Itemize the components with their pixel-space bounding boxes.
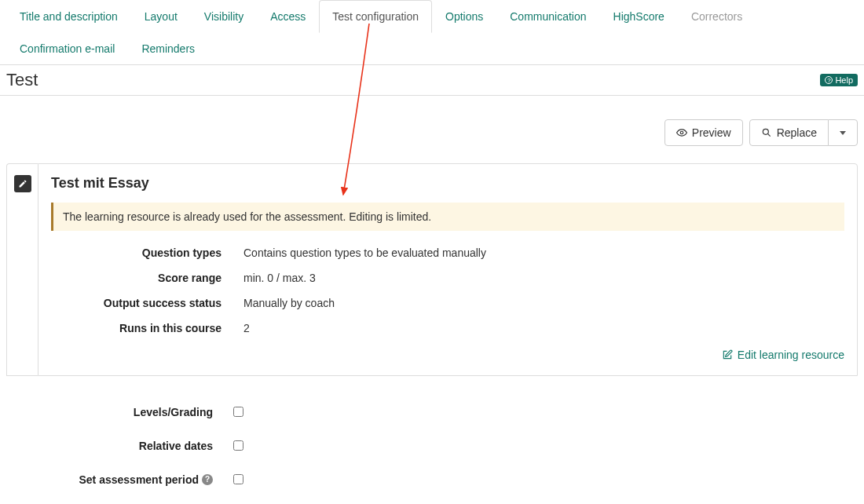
tab-bar: Title and description Layout Visibility …: [0, 0, 864, 65]
tab-access[interactable]: Access: [257, 0, 319, 33]
row-assessment-period: Set assessment period ?: [6, 462, 858, 496]
page-header: Test ? Help: [0, 65, 864, 96]
warning-alert: The learning resource is already used fo…: [51, 203, 844, 231]
tab-visibility[interactable]: Visibility: [191, 0, 257, 33]
label-score-range: Score range: [51, 272, 243, 284]
page-title: Test: [6, 70, 38, 90]
value-runs: 2: [243, 322, 250, 334]
row-question-types: Question types Contains question types t…: [51, 240, 844, 265]
tab-confirmation-email[interactable]: Confirmation e-mail: [6, 32, 128, 65]
replace-dropdown-toggle[interactable]: [828, 119, 858, 146]
help-icon: ?: [825, 76, 833, 84]
checkbox-assessment-period[interactable]: [233, 474, 243, 484]
label-assessment-period: Set assessment period ?: [6, 473, 230, 486]
tab-layout[interactable]: Layout: [131, 0, 191, 33]
svg-line-2: [767, 133, 770, 136]
value-question-types: Contains question types to be evaluated …: [243, 247, 486, 259]
row-runs: Runs in this course 2: [51, 316, 844, 341]
tab-test-configuration[interactable]: Test configuration: [319, 0, 432, 33]
checkbox-relative-dates[interactable]: [233, 440, 243, 451]
replace-label: Replace: [777, 126, 817, 139]
tab-correctors: Correctors: [678, 0, 756, 33]
help-label: Help: [835, 75, 853, 85]
value-score-range: min. 0 / max. 3: [243, 272, 316, 284]
chevron-down-icon: [840, 131, 846, 135]
label-relative-dates: Relative dates: [6, 440, 230, 452]
panel-edit-handle[interactable]: [6, 163, 38, 376]
toolbar: Preview Replace: [0, 96, 864, 163]
label-output-status: Output success status: [51, 297, 243, 309]
help-button[interactable]: ? Help: [820, 74, 858, 86]
tab-highscore[interactable]: HighScore: [600, 0, 678, 33]
panel-footer: Edit learning resource: [51, 349, 844, 363]
svg-point-1: [763, 129, 768, 134]
search-icon: [761, 127, 772, 138]
preview-button[interactable]: Preview: [664, 119, 743, 146]
replace-button-group: Replace: [749, 119, 858, 146]
preview-label: Preview: [692, 126, 731, 139]
resource-panel: Test mit Essay The learning resource is …: [38, 163, 858, 376]
edit-icon: [722, 349, 733, 360]
tab-title-description[interactable]: Title and description: [6, 0, 131, 33]
replace-button[interactable]: Replace: [749, 119, 829, 146]
row-score-range: Score range min. 0 / max. 3: [51, 265, 844, 290]
row-relative-dates: Relative dates: [6, 429, 858, 462]
resource-title: Test mit Essay: [51, 175, 844, 192]
checkbox-levels-grading[interactable]: [233, 407, 243, 417]
help-icon[interactable]: ?: [202, 474, 213, 485]
pencil-icon: [14, 175, 31, 192]
svg-point-0: [680, 131, 683, 134]
row-output-status: Output success status Manually by coach: [51, 290, 844, 316]
label-question-types: Question types: [51, 247, 243, 259]
eye-icon: [676, 127, 687, 138]
tab-reminders[interactable]: Reminders: [128, 32, 208, 65]
value-output-status: Manually by coach: [243, 297, 335, 309]
edit-learning-resource-link[interactable]: Edit learning resource: [722, 349, 844, 361]
label-levels-grading: Levels/Grading: [6, 406, 230, 418]
edit-link-label: Edit learning resource: [738, 349, 844, 361]
config-form: Levels/Grading Relative dates Set assess…: [6, 395, 858, 496]
tab-options[interactable]: Options: [432, 0, 496, 33]
resource-panel-wrap: Test mit Essay The learning resource is …: [6, 163, 858, 376]
label-runs: Runs in this course: [51, 322, 243, 334]
row-levels-grading: Levels/Grading: [6, 395, 858, 429]
tab-communication[interactable]: Communication: [496, 0, 599, 33]
